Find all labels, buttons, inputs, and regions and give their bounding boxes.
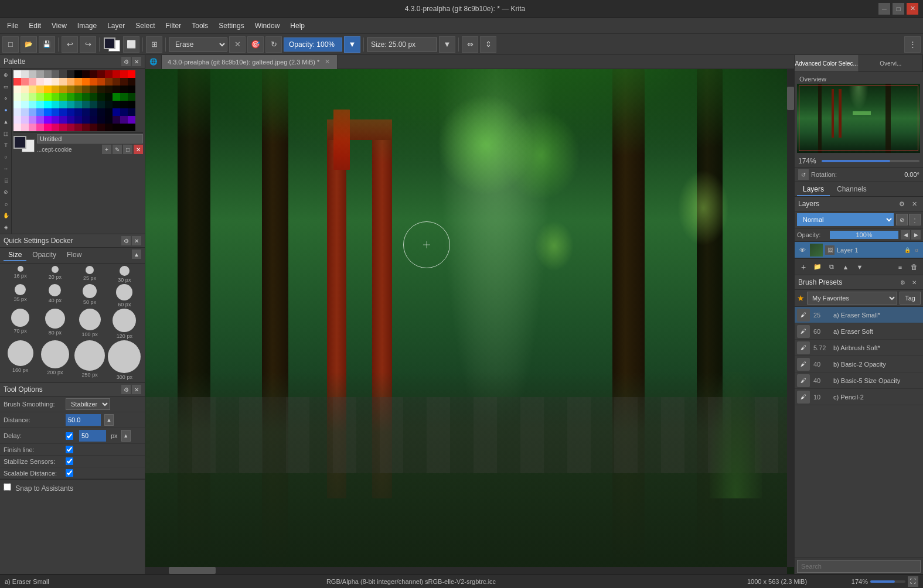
tool-text[interactable]: T — [1, 140, 11, 151]
tool-measure[interactable]: ↔ — [1, 163, 11, 174]
palette-settings-button[interactable]: ⚙ — [121, 57, 131, 66]
palette-color-cell[interactable] — [21, 124, 29, 131]
palette-color-cell[interactable] — [52, 116, 59, 124]
brush-preset-row[interactable]: 🖌10c) Pencil-2 — [795, 389, 923, 405]
palette-color-cell[interactable] — [44, 93, 52, 101]
palette-color-cell[interactable] — [128, 78, 135, 86]
brush-size-item[interactable]: 16 px — [4, 266, 37, 283]
brush-preset-row[interactable]: 🖌40b) Basic-2 Opacity — [795, 356, 923, 372]
palette-color-cell[interactable] — [21, 78, 29, 86]
palette-color-cell[interactable] — [82, 116, 90, 124]
layers-config-button[interactable]: ⚙ — [897, 199, 907, 209]
mirror-v-button[interactable]: ⇕ — [480, 36, 496, 53]
scroll-up-button[interactable]: ▲ — [132, 249, 141, 259]
palette-color-cell[interactable] — [120, 93, 128, 101]
brush-preset-row[interactable]: 🖌60a) Eraser Soft — [795, 323, 923, 340]
quick-settings-config-button[interactable]: ⚙ — [121, 236, 131, 245]
brush-presets-config-button[interactable]: ⚙ — [897, 277, 908, 288]
brush-size-item[interactable]: 20 px — [38, 266, 71, 283]
tool-zoom[interactable]: ⌕ — [1, 199, 11, 209]
layers-close-button[interactable]: ✕ — [909, 199, 919, 209]
distance-input[interactable] — [66, 414, 101, 426]
palette-color-cell[interactable] — [36, 124, 44, 131]
move-layer-up-button[interactable]: ▲ — [839, 261, 852, 274]
menu-edit[interactable]: Edit — [24, 20, 46, 32]
tab-layers[interactable]: Layers — [797, 183, 830, 196]
layer-alpha-button[interactable]: α — [912, 246, 921, 254]
palette-color-cell[interactable] — [21, 101, 29, 108]
layer-lock-button[interactable]: 🔒 — [903, 246, 911, 254]
menu-window[interactable]: Window — [250, 20, 285, 32]
palette-color-cell[interactable] — [67, 86, 74, 93]
palette-color-cell[interactable] — [113, 70, 120, 78]
add-button[interactable]: + — [102, 145, 111, 154]
palette-color-cell[interactable] — [52, 101, 59, 108]
palette-color-cell[interactable] — [67, 101, 74, 108]
tag-button[interactable]: Tag — [900, 292, 921, 305]
palette-color-cell[interactable] — [128, 116, 135, 124]
palette-color-cell[interactable] — [82, 124, 90, 131]
palette-color-cell[interactable] — [67, 93, 74, 101]
palette-color-cell[interactable] — [29, 86, 36, 93]
vertical-scrollbar-thumb[interactable] — [787, 87, 794, 110]
close-button[interactable]: ✕ — [907, 3, 918, 15]
menu-layer[interactable]: Layer — [103, 20, 130, 32]
palette-color-cell[interactable] — [59, 101, 67, 108]
palette-color-cell[interactable] — [44, 70, 52, 78]
brush-preset-button[interactable]: ⬜ — [123, 36, 139, 53]
palette-color-cell[interactable] — [90, 93, 97, 101]
palette-color-cell[interactable] — [97, 124, 105, 131]
tool-options-close-button[interactable]: ✕ — [132, 385, 141, 394]
palette-color-cell[interactable] — [29, 101, 36, 108]
menu-filter[interactable]: Filter — [161, 20, 186, 32]
zoom-slider[interactable] — [822, 160, 919, 162]
size-input[interactable] — [367, 37, 437, 52]
palette-color-cell[interactable] — [74, 70, 82, 78]
palette-color-cell[interactable] — [36, 78, 44, 86]
redo-button[interactable]: ↪ — [80, 36, 96, 53]
palette-color-cell[interactable] — [90, 116, 97, 124]
tool-crop[interactable]: ⌸ — [1, 175, 11, 186]
brush-size-item[interactable]: 100 px — [73, 309, 107, 339]
open-button[interactable]: 📂 — [21, 36, 37, 53]
blend-ctrl-filter[interactable]: ⊘ — [896, 214, 908, 225]
palette-color-cell[interactable] — [105, 124, 113, 131]
palette-color-cell[interactable] — [120, 108, 128, 116]
tool-pan[interactable]: ✋ — [1, 210, 11, 221]
tool-eyedropper[interactable]: ⊘ — [1, 187, 11, 197]
canvas-nav-button[interactable]: 🌐 — [145, 55, 162, 69]
distance-up-button[interactable]: ▲ — [104, 414, 114, 426]
menu-help[interactable]: Help — [285, 20, 309, 32]
palette-color-cell[interactable] — [105, 93, 113, 101]
brush-size-item[interactable]: 40 px — [38, 284, 71, 307]
overview-thumbnail[interactable] — [797, 84, 920, 153]
palette-color-cell[interactable] — [74, 86, 82, 93]
palette-color-cell[interactable] — [29, 70, 36, 78]
status-screen-button[interactable]: ⛶ — [908, 576, 918, 587]
brush-size-item[interactable]: 80 px — [38, 309, 71, 339]
group-layer-button[interactable]: 📁 — [811, 261, 824, 274]
opacity-arrow-right[interactable]: ▶ — [911, 230, 921, 240]
palette-color-cell[interactable] — [128, 70, 135, 78]
palette-color-cell[interactable] — [21, 108, 29, 116]
delay-up-button[interactable]: ▲ — [121, 430, 131, 442]
palette-color-cell[interactable] — [36, 108, 44, 116]
palette-color-cell[interactable] — [82, 108, 90, 116]
palette-color-cell[interactable] — [120, 101, 128, 108]
palette-color-cell[interactable] — [82, 78, 90, 86]
opacity-arrow-down[interactable]: ▼ — [344, 36, 360, 53]
fg-bg-swatches[interactable] — [13, 136, 35, 152]
remove-button[interactable]: ✕ — [134, 145, 143, 154]
tag-select[interactable]: My Favorites — [807, 292, 897, 305]
palette-color-cell[interactable] — [29, 116, 36, 124]
canvas-viewport[interactable] — [145, 69, 794, 574]
tool-shape[interactable]: ○ — [1, 152, 11, 162]
tool-fill[interactable]: ▲ — [1, 117, 11, 127]
tab-overview[interactable]: Overvi... — [859, 55, 924, 71]
delete-layer-button[interactable]: 🗑 — [908, 261, 921, 274]
palette-color-cell[interactable] — [21, 70, 29, 78]
scalable-distance-checkbox[interactable] — [66, 469, 73, 477]
palette-color-cell[interactable] — [13, 93, 21, 101]
brush-preset-row[interactable]: 🖌25a) Eraser Small* — [795, 307, 923, 323]
quick-settings-close-button[interactable]: ✕ — [132, 236, 141, 245]
